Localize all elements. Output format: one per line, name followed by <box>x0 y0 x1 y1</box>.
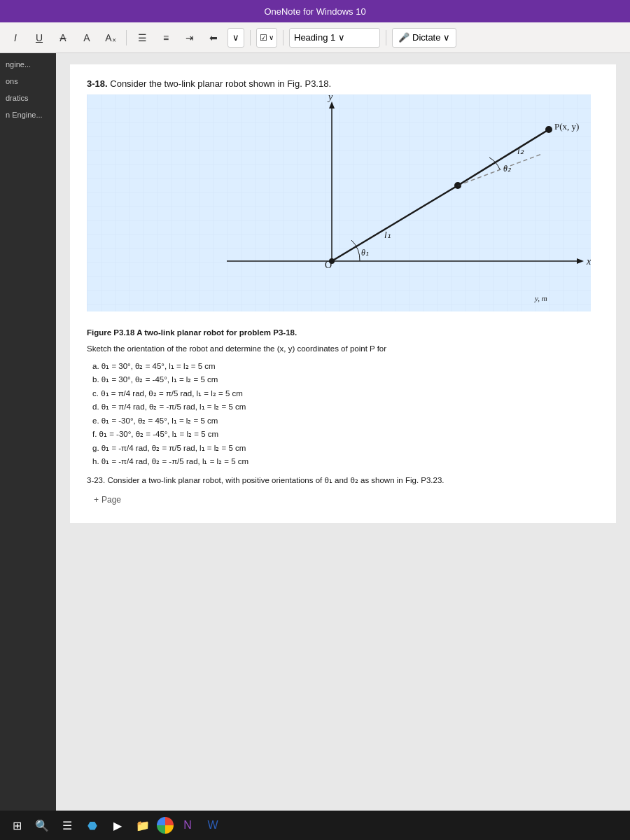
part-b: b. θ₁ = 30°, θ₂ = -45°, l₁ = l₂ = 5 cm <box>92 373 599 387</box>
problem-parts-list: a. θ₁ = 30°, θ₂ = 45°, l₁ = l₂ = 5 cm b.… <box>87 360 599 469</box>
search-btn[interactable]: 🔍 <box>31 814 53 836</box>
robot-svg: O x y <box>87 94 591 312</box>
part-a: a. θ₁ = 30°, θ₂ = 45°, l₁ = l₂ = 5 cm <box>92 360 599 374</box>
svg-point-18 <box>545 126 552 133</box>
dictate-button[interactable]: 🎤 Dictate ∨ <box>392 28 456 48</box>
dictate-chevron-icon: ∨ <box>443 32 450 43</box>
next-problem: 3-23. Consider a two-link planar robot, … <box>87 475 599 486</box>
chrome-icon[interactable] <box>157 817 174 834</box>
figure-caption: Figure P3.18 A two-link planar robot for… <box>87 327 599 339</box>
sidebar: ngine... ons dratics n Engine... <box>0 53 56 811</box>
part-c: c. θ₁ = π/4 rad, θ₂ = π/5 rad, l₁ = l₂ =… <box>92 387 599 401</box>
svg-rect-1 <box>87 94 591 312</box>
svg-text:x: x <box>586 256 591 267</box>
svg-text:P(x, y): P(x, y) <box>554 121 579 132</box>
svg-text:l₁: l₁ <box>384 230 391 240</box>
svg-text:l₂: l₂ <box>517 146 524 156</box>
sidebar-item-engine[interactable]: ngine... <box>0 56 56 73</box>
heading-chevron-icon: ∨ <box>338 32 345 43</box>
svg-text:y, m: y, m <box>534 294 547 302</box>
title-bar: OneNote for Windows 10 <box>0 0 630 22</box>
separator-4 <box>386 30 386 46</box>
add-page-button[interactable]: + Page <box>87 491 128 509</box>
media-icon[interactable]: ▶ <box>106 814 129 836</box>
svg-text:θ₁: θ₁ <box>361 248 369 258</box>
part-f: f. θ₁ = -30°, θ₂ = -45°, l₁ = l₂ = 5 cm <box>92 428 599 442</box>
italic-btn[interactable]: I <box>6 28 25 48</box>
underline-btn[interactable]: U <box>29 28 49 48</box>
part-e: e. θ₁ = -30°, θ₂ = 45°, l₁ = l₂ = 5 cm <box>92 414 599 428</box>
svg-text:θ₂: θ₂ <box>503 164 512 174</box>
task-view-btn[interactable]: ☰ <box>56 814 78 836</box>
sidebar-item-nengine[interactable]: n Engine... <box>0 106 56 123</box>
separator-3 <box>283 30 284 46</box>
strikethrough-btn[interactable]: A <box>53 28 73 48</box>
page-content: 3-18. Consider the two-link planar robot… <box>70 64 616 523</box>
separator-1 <box>126 30 127 46</box>
edge-icon[interactable]: ⬣ <box>81 814 104 836</box>
onenote-icon[interactable]: N <box>176 814 199 836</box>
ribbon-toolbar: I U A A Aₓ ☰ ≡ ⇥ ⬅ ∨ ☑ ∨ Heading 1 ∨ 🎤 D… <box>0 22 630 53</box>
plus-icon: + <box>94 495 99 505</box>
highlight-btn[interactable]: Aₓ <box>101 28 120 48</box>
heading-style-label: Heading 1 <box>294 32 335 43</box>
app-title: OneNote for Windows 10 <box>264 6 365 17</box>
dictate-label: Dictate <box>412 32 440 43</box>
robot-diagram: O x y <box>87 94 599 318</box>
content-area[interactable]: 3-18. Consider the two-link planar robot… <box>56 53 630 811</box>
indent-btn[interactable]: ⇥ <box>180 28 200 48</box>
figure-description: Sketch the orientation of the robot and … <box>87 343 599 355</box>
sidebar-item-ons[interactable]: ons <box>0 73 56 90</box>
main-layout: ngine... ons dratics n Engine... 3-18. C… <box>0 53 630 811</box>
checkbox-dropdown[interactable]: ☑ ∨ <box>256 28 277 48</box>
taskbar: ⊞ 🔍 ☰ ⬣ ▶ 📁 N W <box>0 811 630 840</box>
separator-2 <box>250 30 251 46</box>
microphone-icon: 🎤 <box>398 32 410 43</box>
sidebar-item-dratics[interactable]: dratics <box>0 90 56 106</box>
part-d: d. θ₁ = π/4 rad, θ₂ = -π/5 rad, l₁ = l₂ … <box>92 400 599 414</box>
list-2-btn[interactable]: ≡ <box>156 28 176 48</box>
font-color-btn[interactable]: A <box>77 28 97 48</box>
svg-text:y: y <box>327 94 333 102</box>
outdent-btn[interactable]: ⬅ <box>204 28 223 48</box>
part-g: g. θ₁ = -π/4 rad, θ₂ = π/5 rad, l₁ = l₂ … <box>92 442 599 456</box>
problem-intro: 3-18. Consider the two-link planar robot… <box>87 78 599 89</box>
list-btn[interactable]: ☰ <box>132 28 152 48</box>
word-icon[interactable]: W <box>202 814 224 836</box>
heading-style-dropdown[interactable]: Heading 1 ∨ <box>289 28 380 48</box>
part-h: h. θ₁ = -π/4 rad, θ₂ = -π/5 rad, l₁ = l₂… <box>92 455 599 469</box>
file-icon[interactable]: 📁 <box>132 814 154 836</box>
add-page-label: Page <box>102 495 121 505</box>
windows-start-btn[interactable]: ⊞ <box>6 814 28 836</box>
more-dropdown[interactable]: ∨ <box>227 28 244 48</box>
